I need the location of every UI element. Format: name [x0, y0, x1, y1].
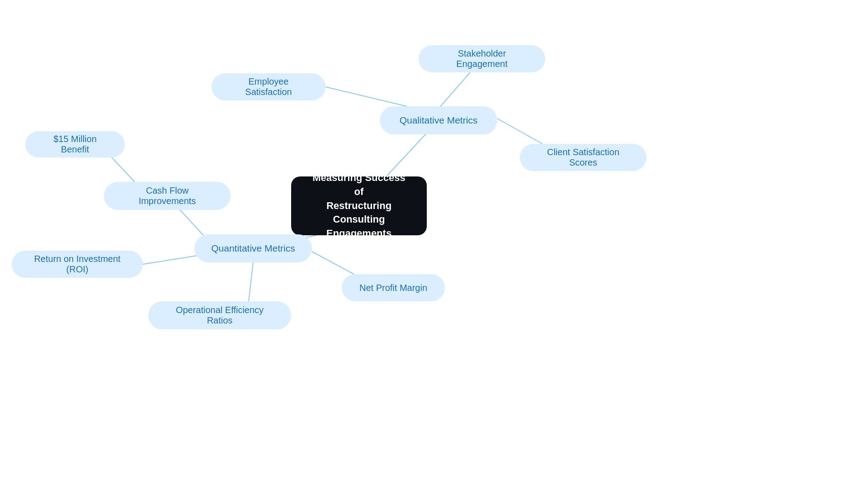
operational-efficiency-label: Operational Efficiency Ratios: [163, 305, 277, 326]
stakeholder-engagement-label: Stakeholder Engagement: [433, 48, 531, 69]
employee-satisfaction-label: Employee Satisfaction: [226, 76, 311, 97]
net-profit-node: Net Profit Margin: [342, 274, 445, 301]
cash-flow-label: Cash Flow Improvements: [118, 186, 216, 206]
center-label: Measuring Success of Restructuring Consu…: [309, 171, 409, 241]
employee-satisfaction-node: Employee Satisfaction: [212, 73, 326, 100]
svg-line-4: [497, 119, 542, 144]
operational-efficiency-node: Operational Efficiency Ratios: [148, 301, 291, 329]
quantitative-label: Quantitative Metrics: [211, 243, 295, 254]
million-benefit-label: $15 Million Benefit: [40, 134, 110, 155]
roi-label: Return on Investment (ROI): [26, 254, 128, 275]
quantitative-metrics-node: Quantitative Metrics: [194, 234, 312, 262]
million-benefit-node: $15 Million Benefit: [25, 131, 125, 157]
center-node: Measuring Success of Restructuring Consu…: [291, 176, 427, 235]
cash-flow-node: Cash Flow Improvements: [104, 182, 231, 210]
qualitative-metrics-node: Qualitative Metrics: [380, 106, 497, 134]
svg-line-8: [249, 262, 253, 301]
client-satisfaction-node: Client Satisfaction Scores: [520, 144, 646, 171]
stakeholder-engagement-node: Stakeholder Engagement: [419, 45, 545, 72]
svg-line-2: [326, 87, 407, 106]
net-profit-label: Net Profit Margin: [359, 283, 427, 293]
roi-node: Return on Investment (ROI): [12, 251, 143, 278]
qualitative-label: Qualitative Metrics: [400, 115, 478, 126]
client-satisfaction-label: Client Satisfaction Scores: [534, 147, 632, 168]
